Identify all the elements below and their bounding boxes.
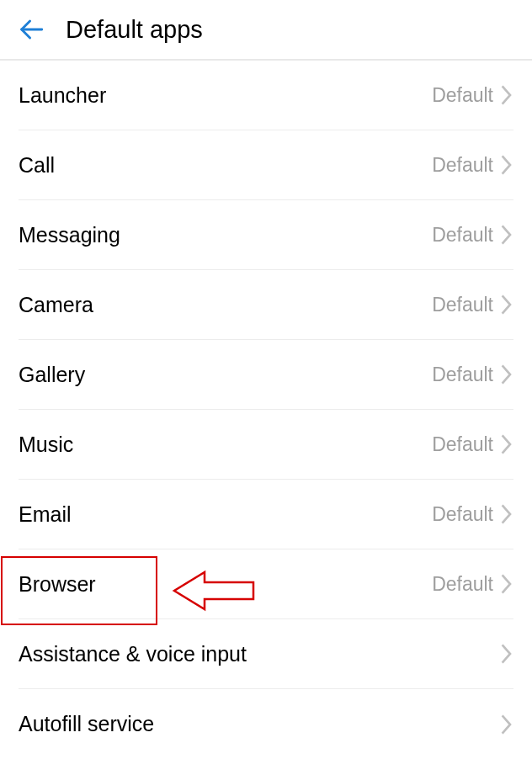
item-value: Default — [432, 224, 493, 247]
item-right: Default — [432, 503, 513, 526]
item-right — [493, 644, 513, 664]
header: Default apps — [0, 0, 532, 61]
item-right: Default — [432, 154, 513, 177]
list-item-call[interactable]: Call Default — [19, 130, 513, 200]
chevron-right-icon — [500, 574, 513, 594]
back-arrow-icon[interactable] — [17, 15, 45, 44]
item-label: Messaging — [19, 223, 120, 247]
item-right: Default — [432, 224, 513, 247]
chevron-right-icon — [500, 434, 513, 454]
list-item-gallery[interactable]: Gallery Default — [19, 340, 513, 410]
item-value: Default — [432, 294, 493, 316]
list-item-autofill[interactable]: Autofill service — [19, 689, 513, 759]
list-item-browser[interactable]: Browser Default — [19, 549, 513, 619]
item-right: Default — [432, 84, 513, 107]
page-title: Default apps — [66, 16, 203, 44]
chevron-right-icon — [500, 714, 513, 735]
item-label: Launcher — [19, 83, 106, 108]
item-value: Default — [432, 433, 493, 456]
list-item-email[interactable]: Email Default — [19, 480, 513, 549]
chevron-right-icon — [500, 155, 513, 175]
item-right: Default — [432, 573, 513, 596]
item-value: Default — [432, 154, 493, 177]
item-right: Default — [432, 364, 513, 386]
item-label: Music — [19, 433, 73, 457]
item-label: Email — [19, 502, 72, 527]
item-label: Camera — [19, 293, 93, 317]
item-label: Gallery — [19, 363, 85, 387]
item-label: Call — [19, 153, 55, 178]
chevron-right-icon — [500, 364, 513, 385]
chevron-right-icon — [500, 295, 513, 315]
item-value: Default — [432, 503, 493, 526]
list-item-camera[interactable]: Camera Default — [19, 270, 513, 340]
item-value: Default — [432, 364, 493, 386]
item-right: Default — [432, 433, 513, 456]
list-item-launcher[interactable]: Launcher Default — [19, 61, 513, 130]
chevron-right-icon — [500, 504, 513, 524]
chevron-right-icon — [500, 225, 513, 245]
chevron-right-icon — [500, 85, 513, 105]
item-value: Default — [432, 84, 493, 107]
list-item-messaging[interactable]: Messaging Default — [19, 200, 513, 270]
chevron-right-icon — [500, 644, 513, 664]
item-label: Browser — [19, 572, 96, 597]
settings-list: Launcher Default Call Default Messaging … — [0, 61, 532, 759]
item-right: Default — [432, 294, 513, 316]
item-right — [493, 714, 513, 735]
item-label: Autofill service — [19, 712, 154, 736]
list-item-assistance[interactable]: Assistance & voice input — [19, 619, 513, 689]
list-item-music[interactable]: Music Default — [19, 410, 513, 480]
item-label: Assistance & voice input — [19, 642, 247, 666]
item-value: Default — [432, 573, 493, 596]
